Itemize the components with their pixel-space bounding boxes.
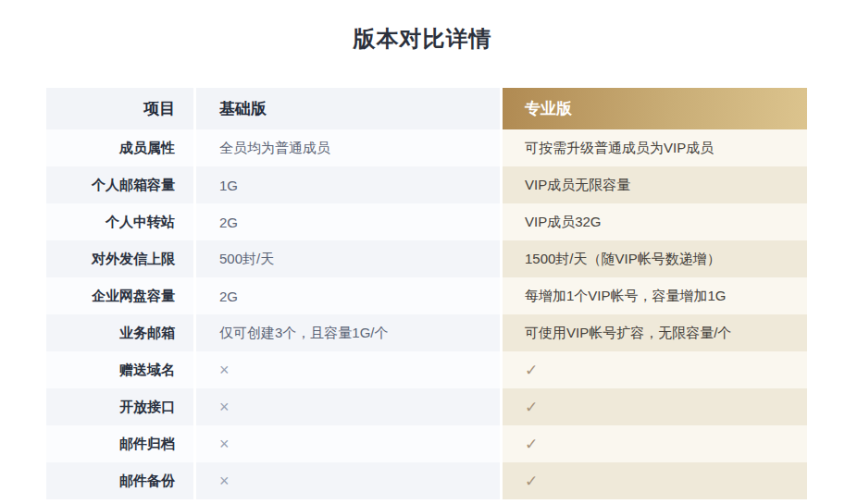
pro-cell: VIP成员32G [503,203,807,240]
col-header-item: 项目 [46,88,193,129]
pro-cell: 可按需升级普通成员为VIP成员 [503,129,807,166]
basic-cell: 全员均为普通成员 [196,129,500,166]
basic-cell: 2G [196,277,500,314]
row-label: 个人邮箱容量 [46,166,193,203]
pro-cell: 每增加1个VIP帐号，容量增加1G [503,277,807,314]
pro-cell: 可使用VIP帐号扩容，无限容量/个 [503,314,807,351]
basic-cell: × [196,351,500,388]
row-label: 个人中转站 [46,203,193,240]
row-label: 赠送域名 [46,351,193,388]
pro-cell: VIP成员无限容量 [503,166,807,203]
row-label: 业务邮箱 [46,314,193,351]
basic-cell: × [196,425,500,462]
cross-icon: × [219,435,230,454]
col-header-pro: 专业版 [503,88,807,129]
pro-cell: 1500封/天（随VIP帐号数递增） [503,240,807,277]
cross-icon: × [219,398,230,417]
row-label: 开放接口 [46,388,193,425]
version-compare-table: 项目 基础版 专业版 成员属性 全员均为普通成员 可按需升级普通成员为VIP成员… [46,88,807,499]
check-icon: ✓ [525,435,538,454]
basic-cell: × [196,462,500,499]
row-label: 成员属性 [46,129,193,166]
pro-cell: ✓ [503,425,807,462]
check-icon: ✓ [525,361,538,380]
row-label: 邮件备份 [46,462,193,499]
row-label: 邮件归档 [46,425,193,462]
row-label: 企业网盘容量 [46,277,193,314]
cross-icon: × [219,472,230,491]
pro-cell: ✓ [503,388,807,425]
basic-cell: 2G [196,203,500,240]
page-title: 版本对比详情 [0,0,845,54]
col-header-basic: 基础版 [196,88,500,129]
basic-cell: 500封/天 [196,240,500,277]
row-label: 对外发信上限 [46,240,193,277]
check-icon: ✓ [525,398,538,417]
check-icon: ✓ [525,472,538,491]
pro-cell: ✓ [503,462,807,499]
basic-cell: 仅可创建3个，且容量1G/个 [196,314,500,351]
basic-cell: 1G [196,166,500,203]
pro-cell: ✓ [503,351,807,388]
cross-icon: × [219,361,230,380]
basic-cell: × [196,388,500,425]
